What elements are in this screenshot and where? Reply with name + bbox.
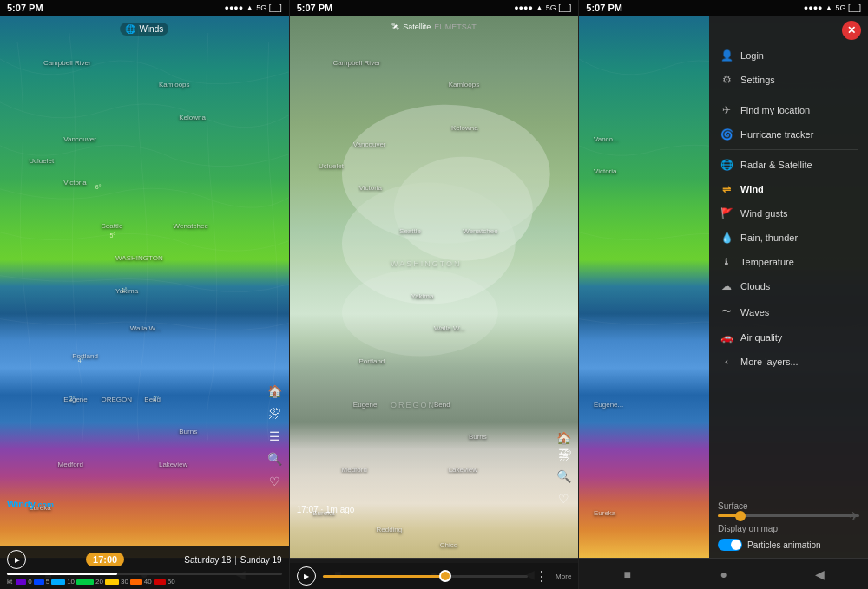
menu-overlay: ✕ 👤 Login ⚙ Settings ✈: [709, 16, 868, 558]
map-wind[interactable]: Campbell River Kamloops Kelowna Vancouve…: [0, 16, 289, 558]
more-layers-icon: ‹: [720, 356, 733, 368]
radar-icon: 🌐: [720, 159, 733, 171]
menu-header: ✕: [709, 16, 868, 43]
wind-label: Wind: [740, 184, 764, 194]
menu-icon-1[interactable]: ☰: [269, 429, 280, 443]
scale-num-40: 40: [144, 578, 152, 586]
satellite-map-background: 🛰 Satellite EUMETSAT Campbell River Kaml…: [290, 16, 579, 558]
close-button[interactable]: ✕: [842, 21, 861, 40]
nav-square-3[interactable]: ■: [619, 566, 636, 583]
menu-item-login[interactable]: 👤 Login: [713, 43, 865, 68]
scale-bar-60: [154, 579, 166, 585]
signal-icon-2: ●●●●: [514, 3, 533, 12]
menu-item-more-layers[interactable]: ‹ More layers...: [713, 350, 865, 374]
status-bar-3: 5:07 PM ●●●● ▲ 5G [__]: [579, 0, 868, 16]
play-button-1[interactable]: ▶: [7, 550, 26, 569]
waves-icon: 〜: [720, 304, 733, 319]
menu-item-clouds[interactable]: ☁ Clouds: [713, 274, 865, 298]
particles-toggle-thumb: [731, 540, 741, 550]
display-on-map-label: Display on map: [718, 524, 859, 533]
search-icon-2[interactable]: 🔍: [556, 469, 571, 483]
hurricane-label: Hurricane tracker: [740, 129, 813, 140]
timeline-progress-2: [323, 575, 446, 578]
home-icon-1[interactable]: 🏠: [267, 384, 282, 398]
day-next-label: Sunday 19: [240, 555, 282, 565]
label-medford: Medford: [58, 461, 83, 468]
svg-point-2: [394, 157, 533, 261]
display-section: Display on map Particles animation: [718, 524, 859, 551]
timeline-1[interactable]: [7, 573, 282, 575]
status-icons-1: ●●●● ▲ 5G [__]: [224, 3, 281, 12]
status-icons-2: ●●●● ▲ 5G [__]: [514, 3, 571, 12]
wind-scale-1: kt 0 5 10 20 30 40 60: [0, 575, 289, 589]
airplane-icon: ✈: [849, 509, 859, 523]
menu-item-radar-satellite[interactable]: 🌐 Radar & Satellite: [713, 153, 865, 177]
nav-circle-3[interactable]: ●: [715, 566, 733, 583]
menu-item-hurricane[interactable]: 🌀 Hurricane tracker: [713, 122, 865, 147]
menu-item-air-quality[interactable]: 🚗 Air quality: [713, 325, 865, 350]
bottom-controls-2: ▶ ⋮ More: [290, 563, 579, 589]
surface-slider-thumb: [735, 511, 746, 521]
particles-toggle[interactable]: [718, 539, 742, 551]
weather-icon-2[interactable]: ⛈: [559, 448, 571, 462]
day-separator: |: [234, 555, 237, 565]
login-label: Login: [740, 50, 764, 61]
p2-play-row: ▶ ⋮ More: [290, 563, 579, 589]
play-button-2[interactable]: ▶: [297, 566, 316, 586]
map-satellite[interactable]: 🛰 Satellite EUMETSAT Campbell River Kaml…: [290, 16, 579, 558]
menu-item-wind-gusts[interactable]: 🚩 Wind gusts: [713, 201, 865, 226]
find-location-icon: ✈: [720, 104, 733, 116]
more-layers-label: More layers...: [740, 357, 799, 367]
surface-slider-track[interactable]: ✈: [718, 514, 859, 517]
panel-wind-map: 5:07 PM ●●●● ▲ 5G [__]: [0, 0, 290, 589]
scale-bar-0: [16, 579, 26, 585]
search-icon-1[interactable]: 🔍: [267, 452, 282, 466]
map-right-icons-1: 🏠 ⛈ ☰ 🔍 ♡: [267, 384, 282, 488]
menu-item-waves[interactable]: 〜 Waves: [713, 298, 865, 325]
menu-item-find-location[interactable]: ✈ Find my location: [713, 98, 865, 122]
map-type-label-1: 🌐 Winds: [120, 23, 168, 36]
battery-icon-1: 5G [__]: [256, 3, 282, 12]
clouds-label: Clouds: [740, 281, 770, 291]
battery-icon-3: 5G [__]: [835, 3, 861, 12]
radar-satellite-label: Radar & Satellite: [740, 160, 812, 170]
satellite-icon: 🛰: [391, 23, 399, 31]
menu-items-list: 👤 Login ⚙ Settings ✈ Find my location 🌀: [709, 43, 868, 494]
status-icons-3: ●●●● ▲ 5G [__]: [804, 3, 861, 12]
air-quality-label: Air quality: [740, 332, 782, 343]
status-bar-1: 5:07 PM ●●●● ▲ 5G [__]: [0, 0, 289, 16]
status-time-2: 5:07 PM: [297, 3, 333, 13]
temperature-icon: 🌡: [720, 256, 733, 268]
scale-bar-5: [34, 579, 44, 585]
home-icon-2[interactable]: 🏠: [556, 431, 571, 445]
rain-icon: 💧: [720, 232, 733, 244]
nav-back-3[interactable]: ◀: [812, 566, 829, 583]
surface-slider-wrapper: ✈: [718, 514, 859, 517]
scale-num-10: 10: [67, 578, 75, 586]
scale-num-30: 30: [121, 578, 128, 586]
find-location-label: Find my location: [740, 105, 810, 115]
login-icon: 👤: [720, 49, 733, 62]
menu-item-rain-thunder[interactable]: 💧 Rain, thunder: [713, 226, 865, 250]
settings-icon: ⚙: [720, 74, 733, 86]
weather-icon-1[interactable]: ⛈: [268, 407, 280, 421]
time-nav-row: ▶ 17:00 Saturday 18 | Sunday 19: [0, 546, 289, 573]
panel-menu: 5:07 PM ●●●● ▲ 5G [__] Vanco...: [579, 0, 868, 589]
scale-num-60: 60: [168, 578, 175, 586]
surface-slider-section: Surface ✈: [718, 501, 859, 517]
wind-gusts-label: Wind gusts: [740, 208, 787, 219]
settings-label: Settings: [740, 75, 775, 85]
time-badge-1: 17:00: [86, 553, 124, 566]
day-prev-label: Saturday 18: [184, 555, 231, 565]
favorite-icon-1[interactable]: ♡: [269, 474, 280, 488]
favorite-icon-2[interactable]: ♡: [558, 492, 569, 506]
menu-item-wind[interactable]: ⇌ Wind: [713, 177, 865, 201]
windy-text: Windy: [7, 499, 36, 509]
menu-item-settings[interactable]: ⚙ Settings: [713, 68, 865, 92]
menu-bottom-section: Surface ✈ Display on map: [709, 494, 868, 558]
timeline-2[interactable]: [323, 575, 528, 578]
more-icon-2[interactable]: ⋮: [535, 568, 549, 585]
menu-item-temperature[interactable]: 🌡 Temperature: [713, 250, 865, 274]
day-nav-1: Saturday 18 | Sunday 19: [184, 555, 281, 565]
scale-num-0: 0: [28, 578, 31, 586]
